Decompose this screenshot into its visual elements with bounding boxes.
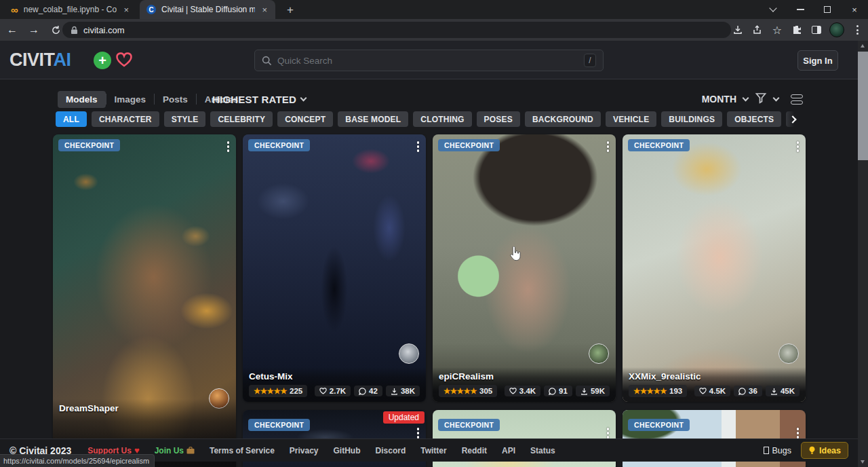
period-dropdown[interactable]: MONTH bbox=[702, 94, 736, 105]
lightbulb-icon bbox=[808, 446, 816, 455]
scroll-up-arrow-icon[interactable] bbox=[861, 44, 865, 48]
stats-row: ★★★★★ 305 3.4K 91 bbox=[439, 385, 610, 397]
footer-link-reddit[interactable]: Reddit bbox=[462, 446, 487, 455]
chip-objects[interactable]: OBJECTS bbox=[727, 111, 781, 127]
list-controls: MONTH bbox=[702, 90, 803, 109]
window-controls: × bbox=[760, 0, 868, 19]
comment-icon bbox=[359, 388, 366, 395]
url-text: civitai.com bbox=[83, 25, 125, 35]
bugs-link[interactable]: Bugs bbox=[764, 446, 792, 455]
likes-pill: 3.4K bbox=[505, 386, 540, 396]
chevron-right-icon bbox=[789, 115, 796, 123]
heart-icon bbox=[319, 388, 327, 394]
model-card-cetus-mix[interactable]: CHECKPOINT Cetus-Mix ★★★★★ 225 2.7K bbox=[243, 134, 426, 402]
reload-icon bbox=[51, 25, 61, 35]
creator-avatar[interactable] bbox=[589, 343, 609, 364]
updated-badge: Updated bbox=[383, 411, 425, 424]
filter-funnel-icon[interactable] bbox=[755, 92, 767, 107]
footer-link-join[interactable]: Join Us bbox=[155, 446, 195, 455]
chip-all[interactable]: ALL bbox=[56, 111, 87, 127]
share-icon[interactable] bbox=[751, 23, 764, 37]
url-bar[interactable]: civitai.com bbox=[62, 22, 731, 38]
card-menu-icon[interactable] bbox=[607, 141, 610, 152]
chip-vehicle[interactable]: VEHICLE bbox=[606, 111, 656, 127]
colab-icon: ∞ bbox=[11, 5, 18, 15]
model-card-xxmix[interactable]: CHECKPOINT XXMix_9realistic ★★★★★ 193 4.… bbox=[623, 134, 806, 402]
model-image bbox=[433, 134, 616, 402]
new-tab-button[interactable]: + bbox=[282, 3, 298, 18]
footer-link-privacy[interactable]: Privacy bbox=[290, 446, 319, 455]
card-menu-icon[interactable] bbox=[607, 428, 610, 438]
search-input[interactable]: Quick Search / bbox=[254, 50, 604, 71]
download-icon[interactable] bbox=[731, 23, 745, 37]
card-menu-icon[interactable] bbox=[227, 141, 230, 152]
chip-clothing[interactable]: CLOTHING bbox=[413, 111, 471, 127]
sort-dropdown[interactable]: HIGHEST RATED bbox=[212, 90, 306, 109]
card-footer: XXMix_9realistic ★★★★★ 193 4.5K 36 bbox=[623, 367, 806, 402]
chip-poses[interactable]: POSES bbox=[477, 111, 520, 127]
chip-character[interactable]: CHARACTER bbox=[92, 111, 159, 127]
footer-link-twitter[interactable]: Twitter bbox=[420, 446, 446, 455]
card-menu-icon[interactable] bbox=[417, 428, 420, 438]
create-plus-button[interactable]: + bbox=[94, 52, 111, 69]
scroll-down-arrow-icon[interactable] bbox=[861, 460, 865, 464]
page-scrollbar[interactable] bbox=[858, 41, 868, 467]
checkpoint-badge: CHECKPOINT bbox=[438, 419, 500, 431]
model-card-dreamshaper[interactable]: CHECKPOINT DreamShaper bbox=[53, 134, 236, 467]
chips-next-button[interactable] bbox=[784, 111, 802, 128]
model-title: Cetus-Mix bbox=[249, 371, 420, 381]
ideas-button[interactable]: Ideas bbox=[801, 442, 848, 459]
checkpoint-badge: CHECKPOINT bbox=[248, 419, 310, 431]
footer-link-discord[interactable]: Discord bbox=[376, 446, 406, 455]
tab-images[interactable]: Images bbox=[106, 91, 155, 108]
side-panel-icon[interactable] bbox=[810, 23, 823, 37]
chevron-down-icon[interactable] bbox=[773, 95, 780, 102]
maximize-button[interactable] bbox=[814, 0, 841, 19]
card-menu-icon[interactable] bbox=[797, 141, 800, 152]
extensions-puzzle-icon[interactable] bbox=[790, 23, 804, 37]
tab-posts[interactable]: Posts bbox=[155, 91, 196, 108]
chip-base-model[interactable]: BASE MODEL bbox=[338, 111, 408, 127]
civitai-logo[interactable]: CIVITAI bbox=[9, 50, 71, 71]
card-menu-icon[interactable] bbox=[797, 428, 800, 438]
category-chips: ALL CHARACTER STYLE CELEBRITY CONCEPT BA… bbox=[56, 111, 796, 128]
search-icon bbox=[262, 56, 272, 66]
support-heart-icon[interactable] bbox=[115, 52, 133, 71]
model-card-epicrealism[interactable]: CHECKPOINT epiCRealism ★★★★★ 305 3.4K bbox=[433, 134, 616, 402]
footer-link-status[interactable]: Status bbox=[530, 446, 555, 455]
model-title: DreamShaper bbox=[59, 403, 230, 413]
creator-avatar[interactable] bbox=[778, 343, 799, 364]
sign-in-button[interactable]: Sign In bbox=[797, 50, 838, 71]
chip-concept[interactable]: CONCEPT bbox=[277, 111, 333, 127]
minimize-button[interactable] bbox=[787, 0, 814, 19]
footer-link-github[interactable]: GitHub bbox=[334, 446, 361, 455]
scrollbar-thumb[interactable] bbox=[858, 52, 868, 160]
browser-profile-avatar[interactable] bbox=[829, 22, 844, 37]
footer-link-api[interactable]: API bbox=[502, 446, 515, 455]
browser-tab-civitai[interactable]: C Civitai | Stable Diffusion models, × bbox=[140, 0, 275, 19]
browser-tabstrip: ∞ new_colab_file.ipynb - Colaborat × C C… bbox=[0, 0, 868, 19]
back-button[interactable]: ← bbox=[3, 20, 22, 39]
comments-pill: 91 bbox=[544, 386, 572, 396]
link-status-bubble: https://civitai.com/models/25694/epicrea… bbox=[0, 454, 155, 467]
search-shortcut-badge: / bbox=[584, 54, 596, 67]
browser-tab-colab[interactable]: ∞ new_colab_file.ipynb - Colaborat × bbox=[4, 0, 137, 19]
chip-celebrity[interactable]: CELEBRITY bbox=[210, 111, 273, 127]
tab-close-icon[interactable]: × bbox=[122, 5, 130, 15]
tab-close-icon[interactable]: × bbox=[260, 5, 269, 15]
creator-avatar[interactable] bbox=[399, 343, 419, 364]
tab-models[interactable]: Models bbox=[58, 91, 106, 108]
model-image bbox=[623, 134, 806, 402]
chip-background[interactable]: BACKGROUND bbox=[525, 111, 601, 127]
footer-link-terms[interactable]: Terms of Service bbox=[210, 446, 275, 455]
likes-pill: 2.7K bbox=[315, 386, 351, 396]
close-button[interactable]: × bbox=[841, 0, 868, 19]
layout-toggle-icon[interactable] bbox=[791, 94, 803, 105]
chip-buildings[interactable]: BUILDINGS bbox=[661, 111, 722, 127]
forward-button[interactable]: → bbox=[24, 20, 43, 39]
chip-style[interactable]: STYLE bbox=[164, 111, 206, 127]
bookmark-star-icon[interactable]: ☆ bbox=[770, 23, 784, 37]
tab-search-icon[interactable] bbox=[760, 0, 787, 19]
browser-menu-icon[interactable] bbox=[850, 23, 864, 37]
card-menu-icon[interactable] bbox=[417, 141, 420, 152]
